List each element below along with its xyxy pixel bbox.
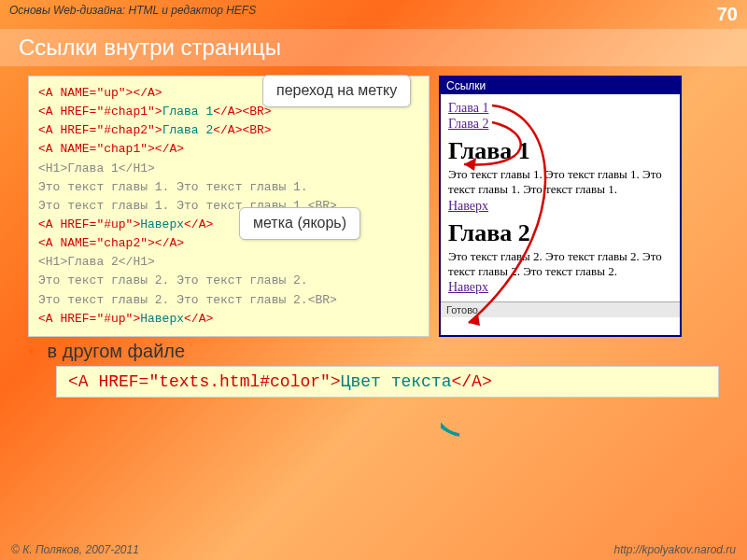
page-number: 70 [717, 4, 738, 25]
code-tag: </A><BR> [213, 123, 271, 137]
code-text: Это текст главы 1. Это текст главы 1. [38, 180, 308, 194]
course-title: Основы Web-дизайна: HTML и редактор HEFS [9, 4, 256, 25]
code-tag: <A HREF="#up"> [38, 312, 140, 326]
code-text: Глава 1 [162, 105, 214, 119]
code-text: Это текст главы 2. Это текст главы 2. [38, 273, 308, 287]
bullet-text: в другом файле [48, 341, 186, 361]
code-tag: <A HREF="texts.html#color"> [68, 372, 341, 391]
footer-copyright: © К. Поляков, 2007-2011 [11, 543, 139, 556]
browser-text: Это текст главы 2. Это текст главы 2. Эт… [448, 249, 672, 280]
code-text: <H1>Глава 1</H1> [38, 161, 155, 175]
code-text: Это текст главы 2. Это текст главы 2.<BR… [38, 293, 337, 307]
code-tag: <A HREF="#chap2"> [38, 123, 162, 137]
code-text: Глава 2 [162, 123, 214, 137]
code-text: Наверх [140, 217, 184, 231]
browser-text: Это текст главы 1. Это текст главы 1. Эт… [448, 167, 672, 198]
header-meta: Основы Web-дизайна: HTML и редактор HEFS… [0, 0, 747, 29]
browser-titlebar: Ссылки [441, 77, 680, 94]
browser-link-up[interactable]: Наверх [448, 199, 672, 214]
slide-title: Ссылки внутри страницы [0, 29, 747, 66]
callout-jump: переход на метку [262, 75, 411, 107]
code-tag: </A> [133, 86, 162, 100]
code-tag: </A><BR> [213, 105, 271, 119]
code-tag: <A NAME="up"> [38, 86, 133, 100]
browser-statusbar: Готово [441, 301, 680, 317]
browser-link[interactable]: Глава 2 [448, 117, 672, 132]
code-tag: </A> [184, 217, 213, 231]
code-tag: <A HREF="#up"> [38, 217, 140, 231]
main-content: переход на метку метка (якорь) <A NAME="… [0, 66, 747, 337]
callout-anchor: метка (якорь) [239, 207, 360, 240]
code-tag: <A HREF="#chap1"> [38, 105, 162, 119]
code-tag: <A NAME="chap1"> [38, 142, 155, 156]
bottom-code-block: <A HREF="texts.html#color">Цвет текста</… [56, 366, 719, 398]
browser-body: Глава 1 Глава 2 Глава 1 Это текст главы … [441, 94, 680, 301]
code-tag: </A> [184, 312, 213, 326]
footer: © К. Поляков, 2007-2011 http://kpolyakov… [0, 543, 747, 556]
code-block: переход на метку метка (якорь) <A NAME="… [28, 76, 430, 337]
browser-preview: Ссылки Глава 1 Глава 2 Глава 1 Это текст… [439, 76, 682, 337]
code-tag: </A> [451, 372, 491, 391]
code-tag: </A> [155, 142, 184, 156]
footer-url: http://kpolyakov.narod.ru [613, 543, 736, 556]
browser-link[interactable]: Глава 1 [448, 101, 672, 116]
code-tag: </A> [155, 236, 184, 250]
code-text: <H1>Глава 2</H1> [38, 255, 155, 269]
code-text: Наверх [140, 312, 184, 326]
code-tag: <A NAME="chap2"> [38, 236, 155, 250]
browser-h1: Глава 2 [448, 219, 672, 247]
bullet-other-file: в другом файле [28, 341, 747, 362]
code-text: Цвет текста [341, 372, 452, 391]
browser-h1: Глава 1 [448, 137, 672, 165]
browser-link-up[interactable]: Наверх [448, 280, 672, 295]
